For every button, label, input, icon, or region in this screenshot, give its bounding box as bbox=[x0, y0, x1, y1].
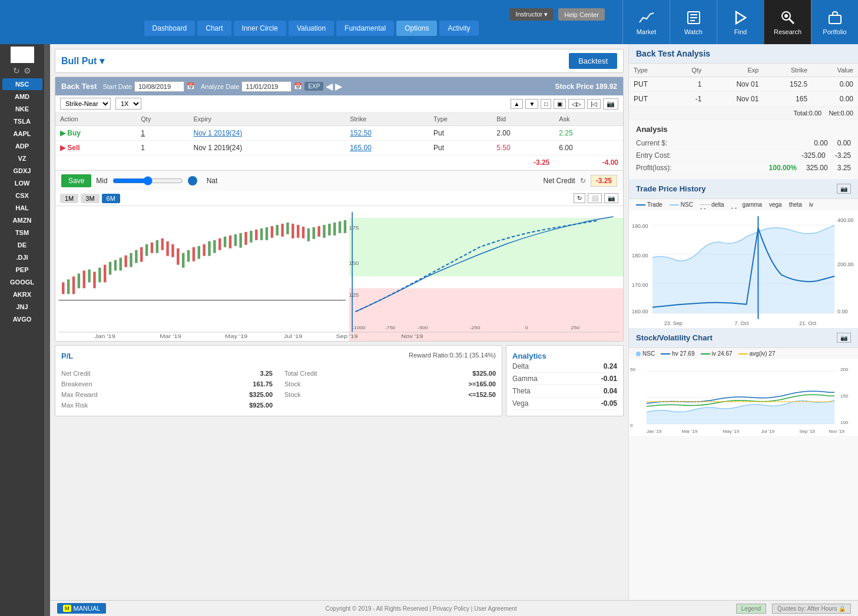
svg-text:23. Sep: 23. Sep bbox=[664, 320, 683, 326]
vol-screenshot-button[interactable]: 📷 bbox=[837, 333, 851, 343]
next-date-button[interactable]: ▶ bbox=[335, 81, 342, 92]
sidebar-item-gdxj[interactable]: GDXJ bbox=[2, 165, 42, 177]
nat-circle bbox=[188, 176, 197, 186]
svg-text:170.00: 170.00 bbox=[632, 282, 648, 288]
manual-button[interactable]: M MANUAL bbox=[57, 603, 106, 614]
screenshot-button[interactable]: 📷 bbox=[603, 98, 618, 110]
analyze-date-calendar-icon[interactable]: 📅 bbox=[294, 82, 302, 90]
settings-icon[interactable]: ⚙ bbox=[24, 66, 31, 75]
sidebar-item-adp[interactable]: ADP bbox=[2, 140, 42, 152]
tab-chart[interactable]: Chart bbox=[197, 21, 231, 36]
sidebar-item-vz[interactable]: VZ bbox=[2, 153, 42, 164]
legend-button[interactable]: Legend bbox=[736, 604, 766, 614]
save-button[interactable]: Save bbox=[61, 174, 91, 187]
sidebar-item-tsla[interactable]: TSLA bbox=[2, 115, 42, 127]
col-expiry: Expiry bbox=[188, 112, 345, 126]
col-type: Type bbox=[629, 64, 671, 77]
trade-history-header: Trade Price History 📷 bbox=[629, 179, 858, 199]
svg-rect-70 bbox=[313, 227, 315, 239]
row1-strike[interactable]: 152.50 bbox=[350, 129, 372, 137]
sidebar-item-jnj[interactable]: JNJ bbox=[2, 301, 42, 313]
strategy-select[interactable]: Bull Put ▾ bbox=[61, 55, 104, 67]
vol-avgiv-line bbox=[738, 353, 748, 355]
row1-expiry[interactable]: Nov 1 2019(24) bbox=[193, 129, 242, 137]
time-1m[interactable]: 1M bbox=[60, 194, 78, 203]
strike-near-select[interactable]: Strike-Near bbox=[60, 98, 111, 110]
time-3m[interactable]: 3M bbox=[81, 194, 99, 203]
chart-expand-icon[interactable]: ⬜ bbox=[588, 193, 602, 203]
multiplier-select[interactable]: 1X bbox=[115, 98, 141, 110]
move-down-button[interactable]: ▼ bbox=[525, 99, 538, 109]
table-row: ▶ Buy 1 Nov 1 2019(24) 152.50 Put 2.00 2… bbox=[55, 126, 623, 141]
widen-button[interactable]: ◁▷ bbox=[568, 99, 585, 109]
move-up-button[interactable]: ▲ bbox=[511, 99, 524, 109]
expand-button[interactable]: □ bbox=[541, 99, 551, 109]
sell-action[interactable]: ▶ Sell bbox=[60, 144, 80, 152]
mid-slider[interactable] bbox=[112, 176, 183, 186]
sidebar-item-nsc[interactable]: NSC bbox=[2, 78, 42, 90]
row2-strike[interactable]: 165.00 bbox=[350, 144, 372, 152]
sidebar-item-csx[interactable]: CSX bbox=[2, 190, 42, 201]
time-6m[interactable]: 6M bbox=[102, 194, 120, 203]
vol-nsc-dot bbox=[636, 352, 641, 356]
sidebar-controls: ↻ ⚙ bbox=[13, 66, 31, 75]
sidebar-item-avgo[interactable]: AVGO bbox=[2, 313, 42, 325]
sidebar-item-aapl[interactable]: AAPL bbox=[2, 128, 42, 140]
sidebar-item-hal[interactable]: HAL bbox=[2, 202, 42, 214]
svg-rect-36 bbox=[135, 250, 137, 263]
help-center-button[interactable]: Help Center bbox=[558, 8, 605, 21]
instructor-button[interactable]: Instructor ▾ bbox=[509, 8, 554, 21]
sidebar-item-low[interactable]: LOW bbox=[2, 177, 42, 189]
sidebar-item-googl[interactable]: GOOGL bbox=[2, 276, 42, 288]
sidebar-collapse[interactable] bbox=[44, 44, 50, 616]
sidebar-item-de[interactable]: DE bbox=[2, 239, 42, 251]
analyze-date-input[interactable] bbox=[241, 81, 291, 92]
svg-text:250: 250 bbox=[571, 325, 579, 330]
net-credit-label: Net Credit bbox=[544, 177, 575, 185]
prev-date-button[interactable]: ◀ bbox=[326, 81, 333, 92]
analysis-table-row: PUT -1 Nov 01 165 0.00 bbox=[629, 92, 858, 107]
sidebar-item-akrx[interactable]: AKRX bbox=[2, 289, 42, 300]
tab-fundamental[interactable]: Fundamental bbox=[336, 21, 394, 36]
nav-portfolio[interactable]: Portfolio bbox=[811, 0, 858, 44]
nav-watch[interactable]: Watch bbox=[670, 0, 717, 44]
tab-valuation[interactable]: Valuation bbox=[289, 21, 334, 36]
svg-rect-33 bbox=[120, 258, 122, 271]
sidebar-item-pep[interactable]: PEP bbox=[2, 264, 42, 276]
tab-options[interactable]: Options bbox=[396, 21, 437, 36]
lock-icon: 🔒 bbox=[839, 605, 846, 612]
svg-text:Jul '19: Jul '19 bbox=[761, 429, 774, 434]
sidebar-item-amd[interactable]: AMD bbox=[2, 91, 42, 102]
nav-market[interactable]: Market bbox=[622, 0, 670, 44]
options-table: Action Qty Expiry Strike Type Bid Ask bbox=[55, 112, 623, 170]
nav-research[interactable]: Research bbox=[764, 0, 811, 44]
trade-history-screenshot[interactable]: 📷 bbox=[837, 184, 851, 194]
refresh-icon[interactable]: ↻ bbox=[13, 66, 20, 75]
svg-rect-22 bbox=[62, 282, 64, 294]
chart-refresh-icon[interactable]: ↻ bbox=[574, 193, 585, 203]
exp-button[interactable]: EXP bbox=[304, 82, 323, 91]
first-button[interactable]: |◁ bbox=[587, 99, 601, 109]
sidebar-item-dji[interactable]: .DJI bbox=[2, 251, 42, 263]
buy-action[interactable]: ▶ Buy bbox=[60, 129, 81, 137]
sidebar-item-tsm[interactable]: TSM bbox=[2, 227, 42, 239]
tab-activity[interactable]: Activity bbox=[439, 21, 478, 36]
backtest-button[interactable]: Backtest bbox=[569, 53, 617, 69]
svg-rect-45 bbox=[182, 253, 184, 268]
main-wrapper: ↻ ⚙ NSC AMD NKE TSLA AAPL ADP VZ GDXJ LO… bbox=[0, 44, 858, 616]
tab-innercircle[interactable]: Inner Circle bbox=[234, 21, 286, 36]
svg-rect-26 bbox=[83, 271, 85, 289]
contract-button[interactable]: ▣ bbox=[554, 99, 566, 109]
analytics-gamma: Gamma -0.01 bbox=[512, 373, 617, 385]
chart-screenshot-icon[interactable]: 📷 bbox=[604, 193, 618, 203]
svg-rect-57 bbox=[244, 232, 247, 245]
start-date-input[interactable] bbox=[134, 81, 184, 92]
svg-text:160.00: 160.00 bbox=[632, 309, 648, 314]
svg-rect-34 bbox=[124, 256, 127, 267]
nav-find[interactable]: Find bbox=[717, 0, 764, 44]
sidebar-item-amzn[interactable]: AMZN bbox=[2, 214, 42, 226]
tab-dashboard[interactable]: Dashboard bbox=[144, 21, 196, 36]
net-credit-refresh-icon[interactable]: ↻ bbox=[580, 177, 586, 185]
start-date-calendar-icon[interactable]: 📅 bbox=[187, 82, 195, 90]
sidebar-item-nke[interactable]: NKE bbox=[2, 103, 42, 115]
